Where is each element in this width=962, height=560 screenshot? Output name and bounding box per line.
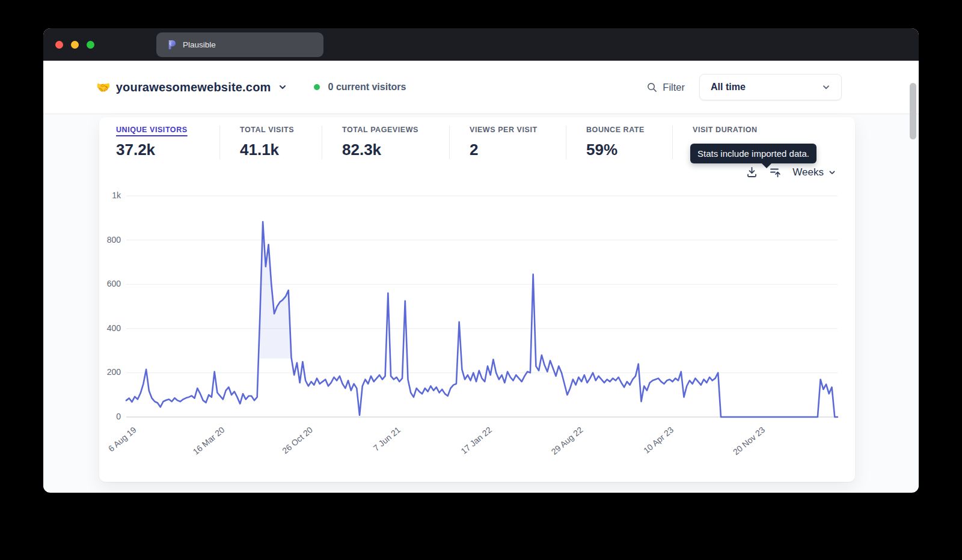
- browser-tab[interactable]: Plausible: [156, 32, 323, 57]
- date-range-dropdown[interactable]: All time: [699, 74, 842, 100]
- current-visitors[interactable]: 0 current visitors: [314, 82, 406, 93]
- search-icon: [646, 82, 658, 93]
- x-axis-label: 16 Mar 20: [191, 425, 226, 457]
- date-range-value: All time: [711, 82, 746, 93]
- y-axis-label: 600: [99, 279, 121, 288]
- site-favicon: 🤝: [96, 82, 111, 93]
- visitors-chart: 1k80060040020006 Aug 1916 Mar 2026 Oct 2…: [99, 117, 855, 482]
- y-axis-label: 0: [99, 412, 121, 421]
- y-axis-label: 1k: [99, 190, 121, 200]
- x-axis-label: 7 Jun 21: [372, 425, 402, 453]
- imported-data-tooltip: Stats include imported data.: [690, 144, 816, 163]
- filter-label: Filter: [663, 82, 685, 93]
- x-axis-label: 20 Nov 23: [731, 425, 767, 457]
- live-dot-icon: [314, 84, 320, 90]
- site-name: yourawesomewebsite.com: [116, 81, 271, 94]
- filter-button[interactable]: Filter: [646, 82, 685, 93]
- scrollbar-thumb[interactable]: [910, 83, 916, 139]
- y-axis-label: 800: [99, 235, 121, 245]
- x-axis-label: 10 Apr 23: [642, 425, 675, 455]
- chevron-down-icon: [277, 81, 289, 93]
- x-axis-label: 6 Aug 19: [106, 425, 138, 454]
- dashboard-main: UNIQUE VISITORS37.2kTOTAL VISITS41.1kTOT…: [43, 114, 919, 492]
- tab-title: Plausible: [183, 40, 216, 49]
- minimize-window-button[interactable]: [71, 41, 79, 49]
- dashboard-header: 🤝 yourawesomewebsite.com 0 current visit…: [43, 61, 919, 114]
- traffic-lights: [55, 41, 94, 49]
- y-axis-label: 200: [99, 367, 121, 377]
- browser-window: Plausible 🤝 yourawesomewebsite.com 0 cur…: [43, 28, 919, 493]
- browser-chrome: Plausible: [43, 28, 919, 61]
- visitors-line-plot: [126, 196, 838, 417]
- zoom-window-button[interactable]: [87, 41, 94, 49]
- y-axis-label: 400: [99, 323, 121, 333]
- close-window-button[interactable]: [55, 41, 63, 49]
- current-visitors-label: 0 current visitors: [328, 82, 406, 93]
- chevron-down-icon: [821, 82, 832, 93]
- x-axis-label: 29 Aug 22: [550, 425, 585, 457]
- site-switcher[interactable]: 🤝 yourawesomewebsite.com: [96, 81, 289, 94]
- plausible-logo-icon: [166, 39, 177, 50]
- graph-card: UNIQUE VISITORS37.2kTOTAL VISITS41.1kTOT…: [99, 117, 855, 482]
- x-axis-label: 26 Oct 20: [280, 425, 314, 455]
- x-axis-label: 17 Jan 22: [459, 425, 493, 456]
